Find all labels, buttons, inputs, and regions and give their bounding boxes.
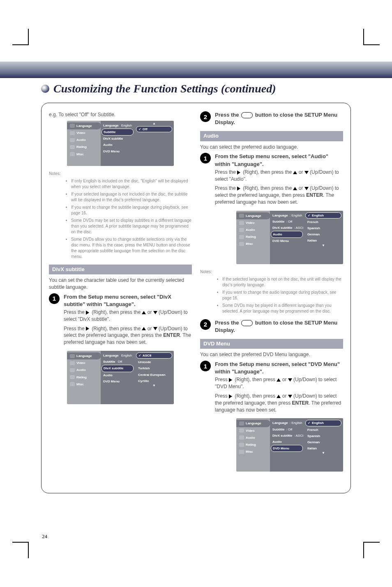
language-tab-icon [70, 354, 75, 358]
misc-tab-icon [70, 152, 75, 156]
dvd-menu-intro: You can select the preferred DVD Menu la… [200, 351, 343, 358]
scroll-down-icon: ▼ [136, 384, 172, 387]
audio-step1-line2: Press the (Right), then press the or (Up… [215, 185, 343, 205]
down-arrow-icon [304, 171, 309, 174]
page-title: Customizing the Function Settings (conti… [53, 82, 276, 95]
video-tab-icon [239, 221, 244, 225]
audio-intro: You can select the preferred audio langu… [200, 144, 343, 151]
video-tab-icon [239, 428, 244, 433]
misc-tab-icon [70, 382, 75, 386]
audio-step1-title: From the Setup menu screen, select "Audi… [215, 153, 343, 168]
step-2-badge: 2 [200, 319, 211, 330]
setup-button-icon [241, 320, 253, 326]
up-arrow-icon [277, 378, 281, 382]
audio-step2-title: Press the button to close the SETUP Menu… [215, 319, 343, 334]
down-arrow-icon [288, 395, 292, 398]
scroll-down-icon: ▼ [305, 452, 341, 455]
page-number: 24 [42, 533, 47, 540]
step-2-badge: 2 [200, 111, 211, 122]
video-tab-icon [70, 361, 75, 365]
step-1-badge: 1 [200, 153, 211, 163]
dvd-menu-heading: DVD Menu [200, 339, 343, 349]
dvdmenu-step1-line2: Press (Right), then press or (Up/Down) t… [215, 393, 343, 413]
up-arrow-icon [142, 327, 146, 330]
audio-heading: Audio [200, 131, 343, 141]
divx-intro: You can set the character table used for… [49, 277, 192, 291]
step-1-badge: 1 [49, 293, 60, 304]
divx-step2-title: Press the button to close the SETUP Menu… [215, 111, 343, 126]
right-arrow-icon [237, 186, 240, 191]
video-tab-icon [70, 131, 75, 135]
setup-button-icon [241, 112, 253, 118]
right-arrow-icon [237, 170, 240, 175]
up-arrow-icon [293, 171, 297, 174]
dvdmenu-step1-title: From the Setup menu screen, select "DVD … [215, 361, 343, 375]
divx-step1-line2: Press the (Right), then press the or (Up… [64, 325, 192, 346]
language-tab-icon [239, 421, 244, 426]
crop-mark [359, 538, 376, 554]
menu-screenshot-audio: Language Video Audio Rating Misc Languag… [236, 211, 343, 264]
audio-notes-list: If the selected language is not on the d… [200, 276, 343, 314]
example-intro: e.g. To select "Off" for Subtitle. [49, 111, 192, 118]
rating-tab-icon [239, 235, 244, 239]
right-arrow-icon [229, 394, 232, 398]
title-bullet-icon [41, 85, 49, 93]
misc-tab-icon [239, 450, 244, 454]
left-column: e.g. To select "Off" for Subtitle. Langu… [49, 111, 192, 477]
audio-tab-icon [239, 435, 244, 440]
scroll-up-icon: ▲ [136, 122, 172, 125]
divx-step1-line1: Press the (Right), then press the or (Up… [64, 309, 192, 323]
audio-step1-line1: Press the (Right), then press the or (Up… [215, 169, 343, 183]
up-arrow-icon [142, 311, 146, 314]
divx-subtitle-heading: DivX subtitle [49, 265, 192, 274]
menu-screenshot-divx: Language Video Audio Rating Misc Languag… [67, 351, 174, 404]
rating-tab-icon [70, 375, 75, 379]
language-tab-icon [239, 214, 244, 218]
menu-screenshot-subtitle-off: Language Video Audio Rating Misc Languag… [67, 121, 174, 166]
down-arrow-icon [153, 311, 157, 314]
scroll-down-icon: ▼ [305, 244, 341, 247]
up-arrow-icon [277, 395, 281, 398]
divx-step1-title: From the Setup menu screen, select "DivX… [64, 293, 192, 308]
step-1-badge: 1 [200, 361, 211, 371]
notes-label: Notes: [200, 269, 343, 275]
right-column: 2 Press the button to close the SETUP Me… [200, 111, 343, 477]
dvdmenu-step1-line1: Press (Right), then press or (Up/Down) t… [215, 376, 343, 390]
down-arrow-icon [304, 187, 309, 190]
misc-tab-icon [239, 242, 244, 246]
right-arrow-icon [86, 327, 89, 331]
audio-tab-icon [70, 138, 75, 142]
down-arrow-icon [153, 327, 157, 330]
content-frame: e.g. To select "Off" for Subtitle. Langu… [41, 103, 351, 493]
rating-tab-icon [70, 145, 75, 149]
crop-mark [16, 538, 33, 554]
up-arrow-icon [293, 187, 297, 190]
rating-tab-icon [239, 443, 244, 447]
menu-screenshot-dvd-menu: Language Video Audio Rating Misc Languag… [236, 418, 343, 472]
audio-tab-icon [239, 228, 244, 232]
right-arrow-icon [86, 311, 89, 315]
subtitle-notes-list: If only English is included on the disc,… [49, 178, 192, 260]
down-arrow-icon [288, 378, 292, 382]
language-tab-icon [70, 124, 75, 128]
notes-label: Notes: [49, 171, 192, 177]
right-arrow-icon [229, 378, 232, 382]
audio-tab-icon [70, 368, 75, 372]
